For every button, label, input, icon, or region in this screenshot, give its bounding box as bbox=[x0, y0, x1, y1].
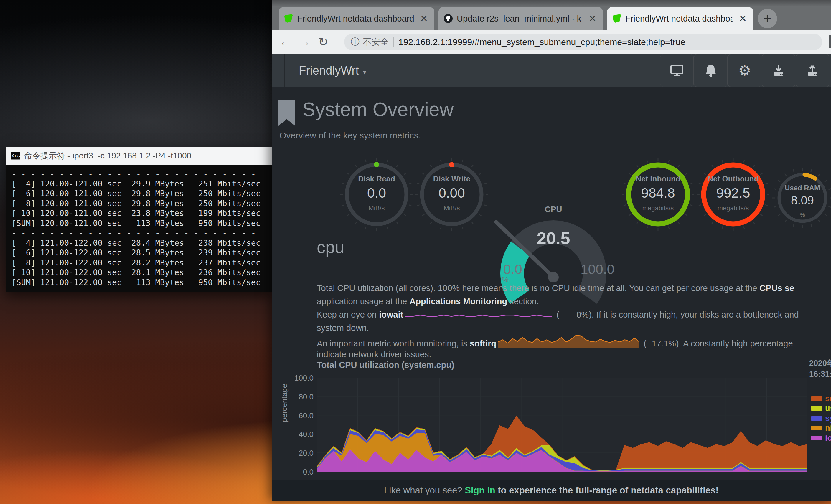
info-icon[interactable]: ⓘ bbox=[351, 36, 360, 48]
netdata-icon bbox=[612, 14, 621, 23]
description-line: indicate network driver issues. bbox=[317, 348, 831, 361]
tab-title: FriendlyWrt netdata dashboard bbox=[625, 14, 734, 24]
gear-icon: ⚙ bbox=[738, 64, 751, 78]
netdata-dashboard: FriendlyWrt▾ ⚙ bbox=[272, 54, 831, 501]
softirq-sparkline bbox=[498, 335, 639, 348]
legend-label: iowait bbox=[825, 434, 831, 443]
terminal-output: - - - - - - - - - - - - - - - - - - - - … bbox=[6, 165, 272, 287]
omnibox-separator bbox=[393, 37, 394, 47]
terminal-window[interactable]: C:\. 命令提示符 - iperf3 -c 192.168.1.2 -P4 -… bbox=[6, 147, 272, 292]
new-tab-button[interactable]: + bbox=[757, 9, 777, 28]
bell-icon bbox=[705, 64, 717, 77]
gauge-unit: megabits/s bbox=[620, 204, 696, 212]
back-button[interactable]: ← bbox=[279, 35, 291, 49]
gauge-disk-write[interactable]: Disk Write 0.00 MiB/s bbox=[413, 156, 490, 233]
legend-item-user[interactable]: user bbox=[811, 404, 831, 413]
cpu-chart[interactable] bbox=[317, 378, 807, 472]
settings-button[interactable]: ⚙ bbox=[728, 54, 762, 87]
tab-netdata-1[interactable]: FriendlyWrt netdata dashboard ✕ bbox=[279, 7, 434, 30]
browser-toolbar: ← → ↻ ⓘ 不安全 192.168.2.1:19999/#menu_syst… bbox=[272, 30, 831, 54]
navbar-separator bbox=[284, 54, 285, 87]
legend-label: nice bbox=[825, 423, 831, 433]
legend-item-nice[interactable]: nice bbox=[811, 424, 831, 433]
terminal-title: 命令提示符 - iperf3 -c 192.168.1.2 -P4 -t1000 bbox=[24, 150, 191, 161]
iowait-sparkline bbox=[405, 315, 552, 319]
gauge-label: CPU bbox=[494, 205, 612, 214]
upload-icon bbox=[806, 64, 819, 77]
close-icon[interactable]: ✕ bbox=[587, 13, 598, 24]
chart-timestamp: 2020年3 16:31:2 bbox=[809, 358, 831, 380]
chart-y-axis-label: percentage bbox=[280, 384, 289, 422]
alarms-button[interactable] bbox=[694, 54, 727, 87]
security-label: 不安全 bbox=[363, 36, 389, 48]
legend-swatch bbox=[811, 426, 822, 431]
tab-title: Update r2s_lean_minimal.yml · k bbox=[457, 14, 583, 24]
gauge-value: 992.5 bbox=[695, 185, 772, 201]
close-icon[interactable]: ✕ bbox=[419, 13, 429, 24]
print-dashboard-button[interactable] bbox=[660, 54, 694, 87]
terminal-titlebar[interactable]: C:\. 命令提示符 - iperf3 -c 192.168.1.2 -P4 -… bbox=[6, 147, 272, 165]
tab-netdata-2-active[interactable]: FriendlyWrt netdata dashboard ✕ bbox=[607, 7, 753, 30]
gauge-net-inbound[interactable]: Net Inbound 984.8 megabits/s bbox=[620, 156, 696, 233]
reload-button[interactable]: ↻ bbox=[318, 35, 328, 49]
y-tick-label: 40.0 bbox=[288, 430, 314, 439]
section-subtitle: Overview of the key system metrics. bbox=[279, 130, 421, 141]
gauge-label: Disk Read bbox=[338, 174, 415, 183]
description-line: system down. bbox=[317, 321, 831, 335]
section-title: System Overview bbox=[302, 98, 454, 120]
legend-label: user bbox=[825, 404, 831, 413]
description-line: An important metric worth monitoring, is… bbox=[317, 335, 831, 348]
gauge-label: Disk Write bbox=[413, 174, 490, 183]
gauge-value: 984.8 bbox=[620, 185, 696, 201]
legend-label: softirq bbox=[825, 394, 831, 403]
chevron-down-icon: ▾ bbox=[363, 69, 366, 76]
description-line: Keep an eye on iowait (0%). If it is con… bbox=[317, 308, 831, 321]
legend-item-iowait[interactable]: iowait bbox=[811, 434, 831, 442]
legend-swatch bbox=[811, 396, 822, 401]
import-snapshot-button[interactable] bbox=[762, 54, 795, 87]
legend-item-system[interactable]: system bbox=[811, 414, 831, 423]
gauge-label: Used RAM bbox=[773, 184, 831, 192]
url-text[interactable]: 192.168.2.1:19999/#menu_system_submenu_c… bbox=[398, 37, 685, 47]
brand-menu[interactable]: FriendlyWrt▾ bbox=[299, 54, 366, 87]
y-tick-label: 60.0 bbox=[288, 411, 314, 420]
netdata-icon bbox=[284, 14, 293, 23]
screen: C:\. 命令提示符 - iperf3 -c 192.168.1.2 -P4 -… bbox=[0, 0, 831, 504]
cmd-icon: C:\. bbox=[11, 152, 20, 160]
export-snapshot-button[interactable] bbox=[796, 54, 829, 87]
tab-title: FriendlyWrt netdata dashboard bbox=[297, 14, 414, 24]
legend-swatch bbox=[811, 436, 822, 440]
tab-strip: FriendlyWrt netdata dashboard ✕ Update r… bbox=[272, 0, 831, 30]
y-tick-label: 0.0 bbox=[288, 468, 314, 477]
gauge-unit: megabits/s bbox=[695, 204, 772, 212]
clipped-toolbar-icon bbox=[829, 35, 831, 48]
gauge-value: 8.09 bbox=[773, 194, 831, 207]
browser-window: FriendlyWrt netdata dashboard ✕ Update r… bbox=[272, 0, 831, 501]
cpu-section-heading: cpu bbox=[317, 237, 344, 257]
gauge-value: 0.00 bbox=[413, 185, 490, 201]
description-line: application usage at the Applications Mo… bbox=[317, 295, 831, 308]
download-icon bbox=[772, 64, 785, 77]
y-tick-label: 20.0 bbox=[288, 449, 314, 458]
bookmark-icon bbox=[278, 99, 295, 126]
tab-github[interactable]: Update r2s_lean_minimal.yml · k ✕ bbox=[438, 7, 603, 30]
forward-button[interactable]: → bbox=[299, 35, 311, 49]
legend-item-softirq[interactable]: softirq bbox=[811, 394, 831, 403]
gauge-label: Net Outbound bbox=[695, 174, 772, 183]
signin-link[interactable]: Sign in bbox=[465, 485, 495, 496]
signin-post: to experience the full-range of netdata … bbox=[495, 485, 719, 496]
legend-swatch bbox=[811, 416, 822, 421]
signin-bar: Like what you see? Sign in to experience… bbox=[272, 480, 831, 501]
gauge-net-outbound[interactable]: Net Outbound 992.5 megabits/s bbox=[695, 156, 772, 233]
terminal-body[interactable]: - - - - - - - - - - - - - - - - - - - - … bbox=[6, 165, 272, 292]
gauge-max: 100.0 bbox=[580, 261, 613, 277]
y-tick-label: 100.0 bbox=[288, 374, 314, 383]
address-bar[interactable]: ⓘ 不安全 192.168.2.1:19999/#menu_system_sub… bbox=[344, 34, 822, 50]
github-icon bbox=[444, 14, 453, 23]
close-icon[interactable]: ✕ bbox=[738, 13, 748, 24]
gauge-unit: % bbox=[773, 211, 831, 218]
gauge-disk-read[interactable]: Disk Read 0.0 MiB/s bbox=[338, 156, 415, 233]
legend-label: system bbox=[825, 414, 831, 423]
gauge-unit: MiB/s bbox=[413, 204, 490, 212]
gauge-used-ram[interactable]: Used RAM 8.09 % bbox=[773, 169, 831, 228]
